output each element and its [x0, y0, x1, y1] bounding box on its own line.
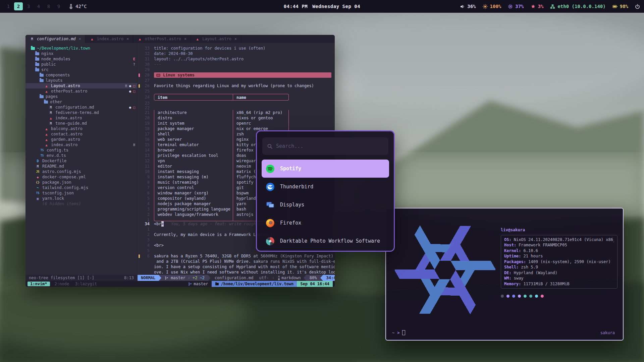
- tree-item[interactable]: components: [25, 72, 137, 78]
- separator: ‹: [270, 275, 276, 281]
- close-icon[interactable]: ×: [234, 37, 237, 41]
- tree-item[interactable]: pages: [25, 94, 137, 99]
- tree-item[interactable]: ▲ Layout.astro H●□: [25, 83, 137, 88]
- tree-item[interactable]: TS env.d.ts: [25, 153, 137, 158]
- fetch-info-line: WM:sway: [504, 276, 614, 281]
- close-icon[interactable]: ×: [184, 37, 186, 41]
- tree-item[interactable]: ▲ contact.astro: [25, 131, 137, 137]
- tab-label: configuration.md: [37, 37, 76, 41]
- file-icon: ▲: [44, 143, 49, 147]
- power-button[interactable]: [635, 4, 640, 9]
- file-name: components: [46, 73, 70, 77]
- workspace-button[interactable]: 2: [14, 2, 23, 10]
- file-name: package.json: [42, 180, 71, 185]
- editor-tab[interactable]: ▲ otherPost.astro ×: [133, 35, 191, 43]
- fetch-info-line: Host:Framework FRANMDCP05: [504, 242, 614, 248]
- file-icon: ▲: [44, 84, 49, 88]
- tab-label: Layout.astro: [202, 37, 231, 41]
- git-changed-count: ~2: [200, 275, 204, 281]
- file-name: docker-compose.yml: [42, 175, 86, 179]
- info-value: zsh 5.9: [521, 265, 538, 269]
- tree-item[interactable]: ◆ docker-compose.yml: [25, 174, 137, 180]
- statusbar-module[interactable]: 3%: [531, 4, 544, 9]
- tree-item[interactable]: ▲ index.astro: [25, 115, 137, 121]
- tree-item[interactable]: M fediverse-terms.md: [25, 110, 137, 115]
- launcher-searchbox[interactable]: [262, 137, 388, 155]
- tree-item[interactable]: public ?: [25, 62, 137, 67]
- editor-tab[interactable]: ▲ Layout.astro ×: [191, 35, 241, 43]
- statusbar-module[interactable]: 100%: [483, 4, 501, 9]
- fetch-info-line: DE:Hyprland (Wayland): [504, 270, 614, 276]
- tmux-window[interactable]: 1:nvim*: [28, 282, 50, 286]
- launcher-item[interactable]: Thunderbird: [262, 178, 389, 196]
- tree-item[interactable]: src: [25, 67, 137, 72]
- close-icon[interactable]: ×: [126, 37, 129, 41]
- file-icon: [40, 79, 44, 82]
- tree-item[interactable]: ▲ otherPost.astro ●□: [25, 88, 137, 94]
- tree-item[interactable]: ▣ yarn.lock: [25, 196, 137, 201]
- buffer-line: 29: [138, 67, 335, 72]
- tree-item[interactable]: {} package.json: [25, 180, 137, 185]
- tree-item[interactable]: layouts: [25, 78, 137, 83]
- git-badge: ●: [129, 89, 131, 93]
- close-icon[interactable]: ×: [79, 37, 81, 41]
- tree-item[interactable]: node_modules E: [25, 56, 137, 62]
- temperature-module: 42°C: [68, 4, 87, 9]
- tree-item[interactable]: ▲ garden.astro: [25, 137, 137, 142]
- tree-item[interactable]: ▲ index.astro H: [25, 142, 137, 147]
- workspace-button[interactable]: 3: [24, 2, 33, 10]
- tree-item[interactable]: M tone-guide.md: [25, 121, 137, 126]
- tree-item[interactable]: D Dockerfile: [25, 158, 137, 164]
- buffer-line: 22: [138, 105, 335, 110]
- tmux-window[interactable]: 2:node: [53, 282, 70, 286]
- workspace-button[interactable]: 1: [4, 2, 13, 10]
- fetch-info-line: Kernel:6.10.6: [504, 248, 614, 254]
- temperature-value: 42°C: [75, 4, 87, 9]
- tree-item[interactable]: M configuration.md ●□: [25, 105, 137, 110]
- tmux-window[interactable]: 3:lazygit: [74, 282, 98, 286]
- tree-item[interactable]: other: [25, 99, 137, 105]
- workspace-button[interactable]: 8: [44, 2, 53, 10]
- search-input[interactable]: [276, 143, 384, 149]
- workspace-button[interactable]: 9: [54, 2, 63, 10]
- app-icon: [266, 219, 275, 228]
- buffer-line: 20distronixos or gentoo: [138, 115, 335, 121]
- file-name: README.md: [42, 164, 64, 169]
- tree-item[interactable]: ▲ balcony.astro: [25, 126, 137, 131]
- statusbar-module[interactable]: 36%: [460, 4, 476, 9]
- tree-item[interactable]: TS tsconfig.json: [25, 190, 137, 196]
- palette-dot: [529, 295, 532, 298]
- editor-tab[interactable]: ▲ index.astro ×: [86, 35, 133, 43]
- tree-item[interactable]: ~ tailwind.config.mjs: [25, 185, 137, 190]
- tree-item[interactable]: (6 hidden items): [25, 201, 137, 206]
- fetch-terminal-window[interactable]: liv@sakura OS:NixOS 24.11.20240828.71e91…: [385, 208, 624, 341]
- launcher-item[interactable]: Firefox: [262, 214, 389, 232]
- buffer-line: 24itemname: [138, 94, 335, 101]
- tree-item[interactable]: M README.md: [25, 164, 137, 169]
- file-icon: TS: [40, 149, 45, 152]
- statusbar-module[interactable]: eth0 (10.0.0.140): [550, 4, 605, 9]
- app-launcher[interactable]: Spotify Thunderbird Displays Firefox Dar…: [256, 130, 395, 252]
- tree-item[interactable]: nginx: [25, 51, 137, 56]
- powerline-separator: [304, 275, 306, 281]
- app-icon: [266, 164, 275, 173]
- tree-item[interactable]: JS astro.config.mjs: [25, 169, 137, 174]
- statusbar-module[interactable]: 98%: [612, 4, 628, 9]
- statusbar-module[interactable]: 37%: [508, 4, 524, 9]
- file-encoding: utf-8: [257, 275, 270, 281]
- launcher-item[interactable]: Spotify: [262, 160, 389, 178]
- git-branch-icon: [188, 282, 192, 286]
- workspace-button[interactable]: 4: [34, 2, 43, 10]
- git-badge: H: [133, 143, 135, 147]
- tree-item[interactable]: ~/Development/liv.town: [25, 46, 137, 51]
- info-value: sway: [514, 276, 524, 281]
- launcher-item[interactable]: Displays: [262, 196, 389, 214]
- editor-tab[interactable]: M configuration.md ×: [25, 35, 86, 43]
- file-icon: M: [35, 165, 40, 168]
- app-icon: [266, 182, 275, 191]
- launcher-item[interactable]: Darktable Photo Workflow Software: [262, 232, 389, 250]
- palette-dot: [535, 295, 538, 298]
- buffer-line: ion. I have a setup consisting of Hyprla…: [138, 264, 335, 269]
- tree-item[interactable]: TS config.ts: [25, 147, 137, 153]
- shell-prompt[interactable]: ~ >: [392, 330, 405, 335]
